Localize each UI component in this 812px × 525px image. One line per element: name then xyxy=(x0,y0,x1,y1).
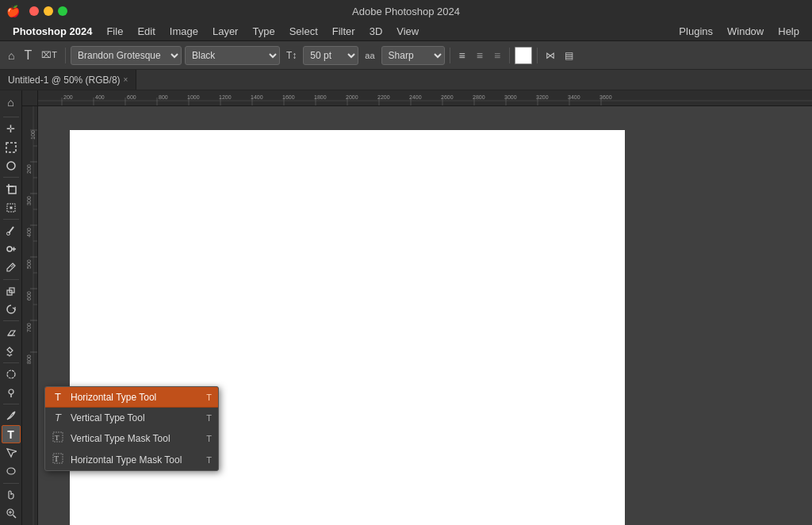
shape-tool[interactable] xyxy=(2,462,21,480)
paint-bucket-tool[interactable] xyxy=(2,342,21,359)
svg-text:200: 200 xyxy=(26,164,32,174)
toolbar-separator-5 xyxy=(3,362,19,363)
menu-item-ps[interactable]: Photoshop 2024 xyxy=(6,24,98,39)
pen-tool[interactable] xyxy=(2,407,21,424)
ruler-vertical: 100 200 300 400 500 600 700 800 xyxy=(22,106,38,525)
path-selection-tool[interactable] xyxy=(2,444,21,462)
font-size-select[interactable]: 50 pt xyxy=(303,46,358,65)
dodge-tool[interactable] xyxy=(2,384,21,401)
svg-point-9 xyxy=(7,247,12,251)
main-layout: ⌂ ✛ xyxy=(0,90,812,525)
move-tool[interactable]: ✛ xyxy=(2,120,21,137)
svg-text:600: 600 xyxy=(127,94,136,100)
toolbar-separator-3 xyxy=(3,279,19,280)
transform-tool[interactable] xyxy=(2,198,21,216)
svg-point-17 xyxy=(9,389,13,394)
options-divider-4 xyxy=(537,48,538,63)
document-tab[interactable]: Untitled-1 @ 50% (RGB/8) × xyxy=(0,70,136,90)
flyout-shortcut-vertical-mask: T xyxy=(206,434,212,443)
svg-text:T: T xyxy=(54,454,59,463)
font-family-select[interactable]: Brandon Grotesque xyxy=(71,46,182,65)
hand-tool[interactable] xyxy=(2,485,21,503)
flyout-item-vertical-type[interactable]: T Vertical Type Tool T xyxy=(45,408,218,427)
healing-tool[interactable] xyxy=(2,240,21,258)
menu-item-view[interactable]: View xyxy=(390,24,425,39)
svg-text:1800: 1800 xyxy=(314,94,327,100)
menu-item-type[interactable]: Type xyxy=(246,24,281,39)
menu-item-help[interactable]: Help xyxy=(772,24,806,39)
horizontal-type-icon: T xyxy=(52,391,64,403)
svg-text:300: 300 xyxy=(26,196,32,205)
menu-item-image[interactable]: Image xyxy=(163,24,205,39)
close-button[interactable] xyxy=(29,6,39,16)
menu-item-plugins[interactable]: Plugins xyxy=(672,24,719,39)
svg-rect-25 xyxy=(38,90,812,105)
character-panel-icon[interactable]: ▤ xyxy=(561,48,576,63)
svg-text:3000: 3000 xyxy=(504,94,517,100)
menu-item-layer[interactable]: Layer xyxy=(206,24,245,39)
options-divider-1 xyxy=(65,48,66,63)
crop-tool[interactable] xyxy=(2,180,21,197)
toolbar-separator-6 xyxy=(3,404,19,404)
svg-rect-4 xyxy=(9,186,16,194)
svg-line-22 xyxy=(13,515,16,518)
document-tab-close[interactable]: × xyxy=(124,75,128,84)
history-brush-tool[interactable] xyxy=(2,301,21,318)
menu-item-filter[interactable]: Filter xyxy=(326,24,362,39)
title-bar: 🍎 Adobe Photoshop 2024 xyxy=(0,0,812,22)
align-center-button[interactable]: ≡ xyxy=(473,48,487,63)
blur-tool[interactable] xyxy=(2,366,21,383)
type-tool[interactable]: T xyxy=(2,425,21,443)
svg-line-12 xyxy=(11,265,13,267)
svg-point-1 xyxy=(7,162,15,170)
toolbar-separator-4 xyxy=(3,320,19,321)
flyout-item-vertical-mask[interactable]: T Vertical Type Mask Tool T xyxy=(45,427,218,449)
marquee-tool[interactable] xyxy=(2,139,21,156)
flyout-item-horizontal-mask[interactable]: T Horizontal Type Mask Tool T xyxy=(45,449,218,470)
svg-text:1000: 1000 xyxy=(187,94,200,100)
svg-text:800: 800 xyxy=(159,94,168,100)
svg-text:T: T xyxy=(55,434,59,442)
zoom-tool[interactable] xyxy=(2,504,21,522)
align-left-button[interactable]: ≡ xyxy=(455,48,469,63)
svg-text:3200: 3200 xyxy=(536,94,549,100)
menu-item-window[interactable]: Window xyxy=(721,24,770,39)
minimize-button[interactable] xyxy=(44,6,53,16)
warp-text-icon[interactable]: ⋈ xyxy=(542,48,558,63)
svg-text:2200: 2200 xyxy=(377,94,390,100)
svg-text:2000: 2000 xyxy=(346,94,358,100)
toolbar-separator-1 xyxy=(3,177,19,178)
eraser-tool[interactable] xyxy=(2,324,21,341)
brush-tool[interactable] xyxy=(2,259,21,276)
svg-text:3400: 3400 xyxy=(568,94,580,100)
svg-text:2600: 2600 xyxy=(441,94,454,100)
text-color-swatch[interactable] xyxy=(515,47,532,64)
clone-tool[interactable] xyxy=(2,282,21,300)
svg-rect-0 xyxy=(6,143,16,152)
eyedropper-tool[interactable] xyxy=(2,222,21,240)
flyout-item-horizontal-type[interactable]: T Horizontal Type Tool T xyxy=(45,387,218,408)
align-right-button[interactable]: ≡ xyxy=(490,48,504,63)
menu-item-edit[interactable]: Edit xyxy=(131,24,161,39)
options-divider-3 xyxy=(509,48,510,63)
font-style-select[interactable]: Black xyxy=(185,46,280,65)
apple-menu-icon[interactable]: 🍎 xyxy=(6,5,20,17)
window-title: Adobe Photoshop 2024 xyxy=(352,6,460,17)
svg-text:1400: 1400 xyxy=(251,94,263,100)
flyout-label-horizontal-mask: Horizontal Type Mask Tool xyxy=(71,454,200,466)
canvas-area[interactable]: 200 400 600 800 1000 1200 1400 1600 1800… xyxy=(22,90,812,525)
flyout-shortcut-horizontal-type: T xyxy=(206,393,212,402)
menu-item-3d[interactable]: 3D xyxy=(363,24,389,39)
traffic-lights xyxy=(20,6,67,16)
horizontal-mask-icon: T xyxy=(52,453,64,466)
options-divider-2 xyxy=(450,48,450,63)
lasso-tool[interactable] xyxy=(2,157,21,174)
menu-item-select[interactable]: Select xyxy=(283,24,324,39)
menu-bar: Photoshop 2024 File Edit Image Layer Typ… xyxy=(0,22,812,41)
workspace-button[interactable]: ⌂ xyxy=(2,94,21,111)
anti-alias-select[interactable]: Sharp xyxy=(381,46,445,65)
svg-text:2800: 2800 xyxy=(473,94,485,100)
document-tabs: Untitled-1 @ 50% (RGB/8) × xyxy=(0,70,812,90)
menu-item-file[interactable]: File xyxy=(100,24,129,39)
fullscreen-button[interactable] xyxy=(58,6,67,16)
